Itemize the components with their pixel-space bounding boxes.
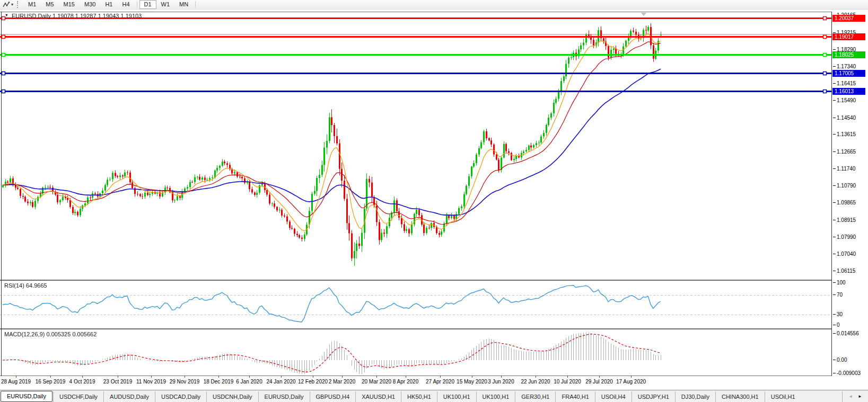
date-tick [313,376,313,378]
date-tick [16,376,16,378]
chart-tab-xauusd-h1[interactable]: XAUUSD,H1 [355,391,401,402]
chart-tab-usdcnh-daily[interactable]: USDCNH,Daily [206,391,258,402]
date-tick [536,376,536,378]
date-label: 22 Jun 2020 [521,379,550,385]
date-label: 4 Oct 2019 [69,379,95,385]
price-tick-label: 1.14540 [837,115,856,121]
chart-tab-eurusd-daily[interactable]: EURUSD,Daily [258,391,310,402]
chart-tab-dj30-daily[interactable]: DJ30,Daily [675,391,715,402]
date-label: 2 Mar 2020 [329,379,356,385]
price-line-label: 1.17005 [832,70,865,77]
price-chart-canvas[interactable] [0,12,832,376]
tab-scroll-left-icon[interactable]: ◄ [846,394,855,399]
price-tick-label: 1.13615 [837,131,856,137]
chart-tab-bar: EURUSD,DailyUSDCHF,DailyAUDUSD,DailyUSDC… [0,390,868,402]
price-tick-label: 1.08915 [837,217,856,223]
chart-tab-usoil-h4[interactable]: USOil,H4 [595,391,632,402]
date-tick [342,376,343,378]
price-line-label: 1.20037 [832,15,865,22]
chart-tab-china300-h1[interactable]: CHINA300,H1 [715,391,765,402]
chart-tab-eurusd-daily[interactable]: EURUSD,Daily [1,391,52,402]
timeframe-toolbar: ▾ M1M5M15M30H1H4D1W1MN [0,0,868,10]
chart-tab-usdcad-daily[interactable]: USDCAD,Daily [155,391,206,402]
tab-scroll-right-icon[interactable]: ► [855,394,865,399]
price-line-label: 1.16013 [832,88,865,95]
rsi-level-label: 0 [837,322,840,328]
price-line-label: 1.19017 [832,33,865,40]
chart-tab-usoil-h1[interactable]: USOil,H1 [765,391,801,402]
date-tick [472,376,472,378]
chart-tab-usdchf-daily[interactable]: USDCHF,Daily [53,391,103,402]
price-tick-label: 1.06115 [837,268,855,274]
macd-level-label: 0.00 [837,357,847,363]
tool-dropdown-caret-icon[interactable]: ▾ [11,2,13,7]
date-tick [406,376,406,378]
rsi-level-label: 70 [837,292,843,298]
date-tick [631,376,632,378]
chart-title-ohlc: EURUSD,Daily 1.19078 1.19287 1.19043 1.1… [12,13,142,19]
chart-tab-audusd-daily[interactable]: AUDUSD,Daily [103,391,155,402]
chart-symbol-caret-icon: ▼ [5,13,8,17]
rsi-indicator-label: RSI(14) 64.9665 [4,282,47,289]
date-label: 15 May 2020 [457,379,487,385]
date-label: 24 Jan 2020 [266,379,295,385]
chart-tab-uk100-h1[interactable]: UK100,H1 [437,391,476,402]
date-label: 17 Aug 2020 [616,379,646,385]
price-tick-label: 1.07040 [837,251,856,257]
date-tick [440,376,441,378]
chart-tab-usdjpy-h1[interactable]: USDJPY,H1 [632,391,675,402]
date-label: 12 Feb 2020 [298,379,328,385]
date-tick [249,376,250,378]
date-label: 29 Jul 2020 [585,379,613,385]
timeframe-button-d1[interactable]: D1 [139,0,156,9]
price-tick-label: 1.17340 [837,64,856,69]
price-tick-label: 1.07990 [837,234,856,240]
tab-scroll-controls: ◄► [842,391,868,402]
rsi-level-label: 30 [837,311,843,317]
timeframe-button-mn[interactable]: MN [174,0,193,9]
chart-tab-uk100-h1[interactable]: UK100,H1 [476,391,515,402]
drawing-tool-icon[interactable] [2,1,11,8]
chart-tab-ger30-h1[interactable]: GER30,H1 [515,391,555,402]
date-label: 3 Jun 2020 [488,379,514,385]
date-label: 20 Mar 2020 [362,379,391,385]
price-line-label: 1.18025 [832,51,865,58]
chart-tab-gbpusd-h4[interactable]: GBPUSD,H4 [310,391,356,402]
date-label: 28 Aug 2019 [1,379,31,385]
date-label: 27 Apr 2020 [426,379,454,385]
date-label: 6 Jan 2020 [236,379,262,385]
date-tick [599,376,600,378]
timeframe-button-m15[interactable]: M15 [59,0,80,9]
price-tick-label: 1.12665 [837,149,856,155]
timeframe-button-m1[interactable]: M1 [23,0,41,9]
date-label: 29 Nov 2019 [170,379,200,385]
date-tick [218,376,219,378]
date-tick [82,376,83,378]
chart-tab-fra40-h1[interactable]: FRA40,H1 [555,391,594,402]
date-tick [151,376,152,378]
date-tick [567,376,568,378]
price-tick-label: 1.11740 [837,166,855,172]
date-label: 8 Apr 2020 [393,379,418,385]
date-tick [118,376,118,378]
timeframe-button-h1[interactable]: H1 [100,0,117,9]
price-tick-label: 1.09865 [837,200,856,206]
date-tick [376,376,377,378]
timeframe-button-m30[interactable]: M30 [80,0,100,9]
date-tick [185,376,185,378]
toolbar-separator [195,1,196,8]
timeframe-button-m5[interactable]: M5 [41,0,58,9]
macd-level-label: -0.009003 [837,370,861,376]
toolbar-separator [137,1,137,8]
timeframe-button-w1[interactable]: W1 [156,0,175,9]
macd-indicator-label: MACD(12,26,9) 0.005325 0.005662 [4,331,97,337]
chart-tab-hk50-h1[interactable]: HK50,H1 [401,391,437,402]
date-label: 23 Oct 2019 [103,379,132,385]
toolbar-grip [17,1,21,8]
price-tick-label: 1.16415 [837,81,856,86]
timeframe-button-h4[interactable]: H4 [117,0,134,9]
date-tick [501,376,502,378]
date-label: 18 Dec 2019 [204,379,234,385]
date-label: 11 Nov 2019 [136,379,166,385]
price-scale: 1.201651.192151.182901.173401.164151.154… [832,12,868,376]
